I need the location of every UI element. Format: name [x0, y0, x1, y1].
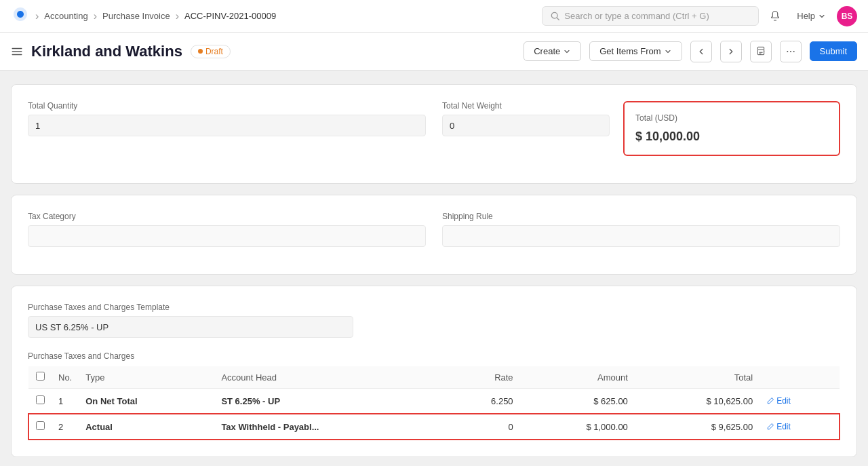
print-button[interactable] — [750, 41, 772, 62]
total-net-weight-value: 0 — [442, 115, 610, 136]
help-menu[interactable]: Help — [791, 7, 831, 25]
search-placeholder: Search or type a command (Ctrl + G) — [564, 11, 709, 21]
th-amount: Amount — [520, 366, 635, 389]
submit-button[interactable]: Submit — [810, 41, 857, 61]
row-account-head: ST 6.25% - UP — [214, 389, 446, 414]
chevron-left-icon — [696, 47, 706, 56]
dots-icon — [785, 46, 796, 57]
create-label: Create — [534, 46, 560, 56]
th-edit — [760, 366, 840, 389]
tax-category-value[interactable] — [28, 225, 426, 247]
global-search[interactable]: Search or type a command (Ctrl + G) — [542, 6, 759, 26]
user-avatar[interactable]: BS — [837, 6, 857, 26]
row-no: 1 — [52, 389, 79, 414]
tax-category-label: Tax Category — [28, 212, 426, 221]
notification-bell[interactable] — [764, 5, 786, 27]
row-edit-link[interactable]: Edit — [766, 422, 832, 431]
breadcrumb-sep-3: › — [176, 10, 179, 22]
hamburger-menu[interactable] — [11, 45, 23, 58]
search-icon — [551, 12, 560, 21]
total-usd-value: $ 10,000.00 — [635, 130, 828, 144]
totals-right: Total Net Weight 0 Total (USD) $ 10,000.… — [442, 101, 840, 156]
row-type: On Net Total — [79, 389, 214, 414]
total-quantity-label: Total Quantity — [28, 101, 426, 111]
edit-icon — [766, 397, 774, 405]
status-badge: Draft — [191, 45, 231, 58]
get-items-label: Get Items From — [599, 46, 660, 56]
document-toolbar: Kirkland and Watkins Draft Create Get It… — [0, 33, 868, 71]
svg-rect-3 — [759, 53, 761, 54]
row-amount: $ 1,000.00 — [520, 414, 635, 440]
chevron-down-icon — [563, 47, 571, 56]
purchase-taxes-card: Purchase Taxes and Charges Template US S… — [11, 286, 857, 457]
total-quantity-group: Total Quantity 1 — [28, 101, 426, 156]
row-rate: 0 — [446, 414, 519, 440]
bell-icon — [769, 10, 781, 22]
th-total: Total — [635, 366, 760, 389]
next-button[interactable] — [720, 41, 742, 62]
get-items-button[interactable]: Get Items From — [589, 41, 682, 61]
th-checkbox — [28, 366, 52, 389]
template-value[interactable]: US ST 6.25% - UP — [28, 316, 353, 338]
main-content: Total Quantity 1 Total Net Weight 0 Tota… — [0, 71, 868, 466]
svg-rect-1 — [757, 47, 764, 50]
breadcrumb-sep-2: › — [94, 10, 97, 22]
breadcrumb-current: ACC-PINV-2021-00009 — [184, 11, 276, 21]
row-type: Actual — [79, 414, 214, 440]
chevron-down-icon — [818, 12, 826, 20]
chevron-down-icon — [664, 47, 672, 56]
status-dot — [198, 49, 203, 54]
charges-label: Purchase Taxes and Charges — [28, 351, 840, 361]
prev-button[interactable] — [690, 41, 712, 62]
row-account-head: Tax Withheld - Payabl... — [214, 414, 446, 440]
create-button[interactable]: Create — [524, 41, 581, 61]
shipping-rule-group: Shipping Rule — [442, 212, 840, 247]
th-account-head: Account Head — [214, 366, 446, 389]
th-rate: Rate — [446, 366, 519, 389]
document-title: Kirkland and Watkins — [31, 43, 182, 60]
select-all-checkbox[interactable] — [36, 372, 45, 381]
total-usd-label: Total (USD) — [635, 113, 828, 123]
shipping-rule-value[interactable] — [442, 225, 840, 247]
app-logo[interactable] — [11, 5, 30, 26]
table-row: 2 Actual Tax Withheld - Payabl... 0 $ 1,… — [28, 414, 840, 440]
tax-category-group: Tax Category — [28, 212, 426, 247]
table-row: 1 On Net Total ST 6.25% - UP 6.250 $ 625… — [28, 389, 840, 414]
svg-point-5 — [787, 51, 788, 52]
row-checkbox[interactable] — [36, 395, 45, 404]
taxes-table: No. Type Account Head Rate Amount Total … — [28, 366, 840, 440]
row-edit-cell: Edit — [760, 389, 840, 414]
chevron-right-icon — [726, 47, 736, 56]
tax-category-card: Tax Category Shipping Rule — [11, 195, 857, 275]
total-usd-box: Total (USD) $ 10,000.00 — [623, 101, 840, 156]
print-icon — [755, 46, 766, 57]
row-edit-link[interactable]: Edit — [766, 396, 833, 406]
total-quantity-value: 1 — [28, 115, 426, 136]
row-edit-cell: Edit — [760, 414, 840, 440]
breadcrumb-sep-1: › — [35, 10, 39, 22]
status-label: Draft — [205, 47, 223, 56]
shipping-rule-label: Shipping Rule — [442, 212, 840, 221]
svg-point-7 — [793, 51, 794, 52]
total-net-weight-label: Total Net Weight — [442, 101, 610, 111]
svg-point-4 — [764, 50, 764, 51]
top-navigation: › Accounting › Purchase Invoice › ACC-PI… — [0, 0, 868, 33]
row-checkbox-cell — [28, 389, 52, 414]
taxes-charges-section: Purchase Taxes and Charges No. Type Acco… — [28, 351, 840, 440]
th-type: Type — [79, 366, 214, 389]
submit-label: Submit — [820, 46, 847, 56]
more-button[interactable] — [780, 41, 802, 62]
breadcrumb-purchase-invoice[interactable]: Purchase Invoice — [102, 11, 170, 21]
table-header-row: No. Type Account Head Rate Amount Total — [28, 366, 840, 389]
row-checkbox[interactable] — [36, 421, 45, 430]
total-net-weight-group: Total Net Weight 0 — [442, 101, 610, 136]
row-checkbox-cell — [28, 414, 52, 440]
help-label: Help — [797, 11, 815, 21]
template-label: Purchase Taxes and Charges Template — [28, 303, 840, 312]
breadcrumb-accounting[interactable]: Accounting — [44, 11, 87, 21]
menu-icon — [11, 45, 23, 58]
row-amount: $ 625.00 — [520, 389, 635, 414]
totals-card: Total Quantity 1 Total Net Weight 0 Tota… — [11, 84, 857, 184]
row-total: $ 10,625.00 — [635, 389, 760, 414]
totals-row: Total Quantity 1 Total Net Weight 0 Tota… — [28, 101, 840, 156]
